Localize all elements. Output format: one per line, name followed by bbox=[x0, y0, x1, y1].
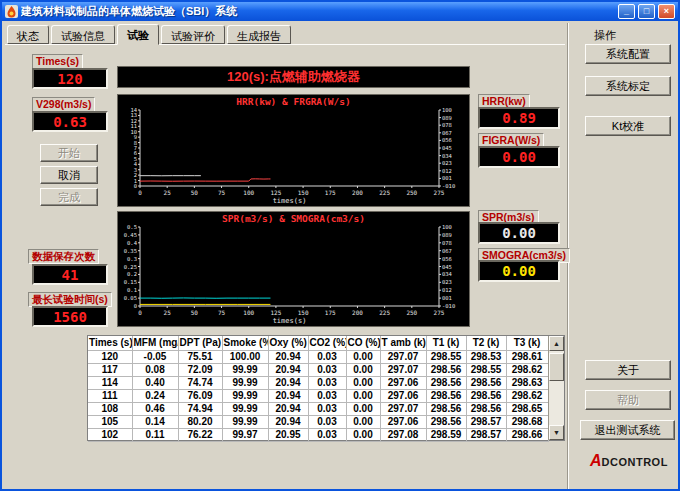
svg-text:150: 150 bbox=[298, 309, 309, 316]
close-button[interactable]: × bbox=[658, 4, 675, 19]
scrollbar-thumb[interactable] bbox=[549, 353, 564, 381]
table-cell: 0.03 bbox=[308, 350, 346, 363]
help-button[interactable]: 帮助 bbox=[585, 390, 671, 410]
table-cell: 20.95 bbox=[268, 428, 308, 441]
svg-text:034: 034 bbox=[442, 271, 453, 277]
table-row[interactable]: 120-0.0575.51100.0020.940.030.00297.0729… bbox=[88, 350, 548, 363]
table-header-row: Times (s)MFM (mg/s)DPT (Pa)Smoke (%)Oxy … bbox=[88, 336, 548, 350]
figra-display: 0.00 bbox=[478, 146, 560, 168]
svg-text:0.15: 0.15 bbox=[124, 279, 137, 285]
svg-text:250: 250 bbox=[406, 309, 417, 316]
table-cell: 102 bbox=[88, 428, 132, 441]
svg-text:25: 25 bbox=[164, 189, 172, 196]
table-row[interactable]: 1170.0872.0999.9920.940.030.00297.07298.… bbox=[88, 363, 548, 376]
table-cell: 74.74 bbox=[178, 376, 222, 389]
table-cell: 72.09 bbox=[178, 363, 222, 376]
table-cell: 0.00 bbox=[346, 389, 380, 402]
title-bar[interactable]: 建筑材料或制品的单体燃烧试验（SBI）系统 _ □ × bbox=[2, 2, 678, 21]
times-label: Times(s) bbox=[32, 54, 83, 69]
table-cell: 0.03 bbox=[308, 389, 346, 402]
svg-text:275: 275 bbox=[434, 309, 445, 316]
svg-text:056: 056 bbox=[442, 137, 452, 143]
tab-test-info[interactable]: 试验信息 bbox=[51, 25, 115, 44]
table-cell: 298.55 bbox=[426, 350, 466, 363]
svg-text:0.25: 0.25 bbox=[124, 264, 137, 270]
max-time-label: 最长试验时间(s) bbox=[28, 292, 112, 307]
table-row[interactable]: 1140.4074.7499.9920.940.030.00297.06298.… bbox=[88, 376, 548, 389]
table-cell: 111 bbox=[88, 389, 132, 402]
svg-text:150: 150 bbox=[298, 189, 309, 196]
maximize-button[interactable]: □ bbox=[638, 4, 655, 19]
svg-text:056: 056 bbox=[442, 256, 452, 262]
table-cell: 75.51 bbox=[178, 350, 222, 363]
table-cell: 0.24 bbox=[132, 389, 178, 402]
about-button[interactable]: 关于 bbox=[585, 360, 671, 380]
table-row[interactable]: 1020.1176.2299.9720.950.030.00297.08298.… bbox=[88, 428, 548, 441]
minimize-button[interactable]: _ bbox=[618, 4, 635, 19]
spr-smogra-chart: SPR(m3/s) & SMOGRA(cm3/s)0.50.450.40.350… bbox=[117, 211, 470, 327]
system-calibration-button[interactable]: 系统标定 bbox=[585, 76, 671, 96]
exit-button[interactable]: 退出测试系统 bbox=[580, 420, 675, 440]
table-cell: 298.53 bbox=[466, 350, 506, 363]
svg-text:225: 225 bbox=[379, 189, 390, 196]
table-cell: 117 bbox=[88, 363, 132, 376]
svg-text:200: 200 bbox=[352, 309, 363, 316]
cancel-button[interactable]: 取消 bbox=[40, 166, 98, 184]
table-cell: 298.62 bbox=[506, 363, 548, 376]
table-cell: 99.97 bbox=[222, 428, 268, 441]
start-button[interactable]: 开始 bbox=[40, 144, 98, 162]
scrollbar-track[interactable] bbox=[549, 351, 564, 425]
tab-status[interactable]: 状态 bbox=[7, 25, 49, 44]
column-header: T1 (k) bbox=[426, 336, 466, 350]
table-cell: 298.55 bbox=[466, 363, 506, 376]
svg-text:100: 100 bbox=[243, 189, 254, 196]
table-cell: 298.63 bbox=[506, 376, 548, 389]
svg-text:125: 125 bbox=[270, 309, 281, 316]
svg-text:HRR(kw) & FRGRA(W/s): HRR(kw) & FRGRA(W/s) bbox=[236, 96, 350, 107]
scroll-up-button[interactable]: ▲ bbox=[549, 336, 564, 351]
table-cell: 108 bbox=[88, 402, 132, 415]
svg-text:045: 045 bbox=[442, 264, 452, 270]
table-scrollbar[interactable]: ▲ ▼ bbox=[548, 336, 564, 440]
table-cell: 20.94 bbox=[268, 350, 308, 363]
table-cell: 298.56 bbox=[466, 402, 506, 415]
tab-report[interactable]: 生成报告 bbox=[227, 25, 291, 44]
finish-button[interactable]: 完成 bbox=[40, 188, 98, 206]
table-cell: 0.00 bbox=[346, 363, 380, 376]
measurement-table: Times (s)MFM (mg/s)DPT (Pa)Smoke (%)Oxy … bbox=[88, 336, 549, 442]
svg-text:SPR(m3/s) & SMOGRA(cm3/s): SPR(m3/s) & SMOGRA(cm3/s) bbox=[222, 213, 365, 224]
kt-calibration-button[interactable]: Kt校准 bbox=[585, 116, 671, 136]
table-cell: 114 bbox=[88, 376, 132, 389]
table-cell: 99.99 bbox=[222, 389, 268, 402]
svg-text:75: 75 bbox=[218, 309, 226, 316]
system-config-button[interactable]: 系统配置 bbox=[585, 44, 671, 64]
svg-text:100: 100 bbox=[442, 107, 452, 113]
table-cell: 298.56 bbox=[466, 389, 506, 402]
table-row[interactable]: 1080.4674.9499.9920.940.030.00297.07298.… bbox=[88, 402, 548, 415]
table-cell: 0.00 bbox=[346, 428, 380, 441]
table-row[interactable]: 1110.2476.0999.9920.940.030.00297.06298.… bbox=[88, 389, 548, 402]
scroll-down-button[interactable]: ▼ bbox=[549, 425, 564, 440]
svg-text:125: 125 bbox=[270, 189, 281, 196]
table-cell: 297.06 bbox=[380, 415, 426, 428]
table-cell: 0.03 bbox=[308, 363, 346, 376]
times-display: 120 bbox=[32, 68, 108, 89]
table-cell: 297.07 bbox=[380, 363, 426, 376]
table-cell: 297.07 bbox=[380, 402, 426, 415]
table-cell: 120 bbox=[88, 350, 132, 363]
svg-text:100: 100 bbox=[243, 309, 254, 316]
svg-text:225: 225 bbox=[379, 309, 390, 316]
svg-text:200: 200 bbox=[352, 189, 363, 196]
table-cell: 297.06 bbox=[380, 376, 426, 389]
svg-text:times(s): times(s) bbox=[273, 197, 307, 205]
table-row[interactable]: 1050.1480.2099.9920.940.030.00297.06298.… bbox=[88, 415, 548, 428]
table-cell: 80.20 bbox=[178, 415, 222, 428]
tab-evaluation[interactable]: 试验评价 bbox=[161, 25, 225, 44]
tab-test[interactable]: 试验 bbox=[117, 24, 159, 45]
svg-text:078: 078 bbox=[442, 122, 452, 128]
table-cell: 74.94 bbox=[178, 402, 222, 415]
data-table: Times (s)MFM (mg/s)DPT (Pa)Smoke (%)Oxy … bbox=[87, 335, 565, 441]
table-cell: 298.56 bbox=[466, 376, 506, 389]
save-count-display: 41 bbox=[32, 264, 108, 285]
phase-banner: 120(s):点燃辅助燃烧器 bbox=[117, 66, 470, 88]
